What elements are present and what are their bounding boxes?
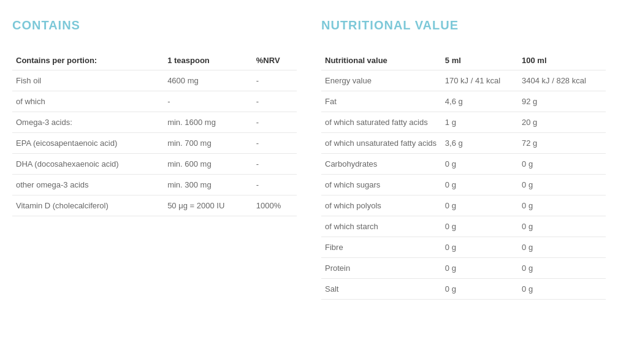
nutri-row-5ml: 170 kJ / 41 kcal — [441, 70, 518, 91]
contains-panel: CONTAINS Contains per portion: 1 teaspoo… — [12, 18, 297, 300]
nutri-header-5ml: 5 ml — [441, 51, 518, 70]
contains-row-amount: 50 μg = 2000 IU — [164, 195, 253, 216]
nutri-row: of which saturated fatty acids 1 g 20 g — [321, 112, 606, 133]
contains-row: Omega-3 acids: min. 1600 mg - — [12, 112, 297, 133]
nutri-row-label: Salt — [321, 279, 441, 300]
nutri-row-100ml: 0 g — [518, 195, 606, 216]
nutri-row-5ml: 0 g — [441, 195, 518, 216]
contains-row-label: Vitamin D (cholecalciferol) — [12, 195, 164, 216]
contains-row-amount: min. 700 mg — [164, 133, 253, 154]
nutri-row-5ml: 1 g — [441, 112, 518, 133]
nutri-row-label: Fat — [321, 91, 441, 112]
nutri-row-100ml: 92 g — [518, 91, 606, 112]
contains-row-label: Fish oil — [12, 70, 164, 91]
nutri-row-100ml: 72 g — [518, 133, 606, 154]
contains-row-nrv: - — [253, 112, 297, 133]
contains-header-label: Contains per portion: — [12, 51, 164, 70]
nutri-row: of which starch 0 g 0 g — [321, 216, 606, 237]
nutri-row-label: of which starch — [321, 216, 441, 237]
nutri-row-5ml: 0 g — [441, 237, 518, 258]
contains-header-row: Contains per portion: 1 teaspoon %NRV — [12, 51, 297, 70]
nutri-row-label: of which saturated fatty acids — [321, 112, 441, 133]
nutri-row-label: Energy value — [321, 70, 441, 91]
contains-row: other omega-3 acids min. 300 mg - — [12, 175, 297, 195]
contains-row: Vitamin D (cholecalciferol) 50 μg = 2000… — [12, 195, 297, 216]
nutritional-title: NUTRITIONAL VALUE — [321, 18, 606, 32]
contains-row-label: Omega-3 acids: — [12, 112, 164, 133]
nutri-row-100ml: 0 g — [518, 279, 606, 300]
nutri-row-label: of which polyols — [321, 195, 441, 216]
nutritional-panel: NUTRITIONAL VALUE Nutritional value 5 ml… — [321, 18, 606, 300]
nutri-row: Fat 4,6 g 92 g — [321, 91, 606, 112]
nutri-row-5ml: 0 g — [441, 154, 518, 175]
nutri-row-5ml: 3,6 g — [441, 133, 518, 154]
contains-row-nrv: - — [253, 154, 297, 175]
nutri-row: of which sugars 0 g 0 g — [321, 175, 606, 195]
contains-row-amount: 4600 mg — [164, 70, 253, 91]
contains-row-amount: min. 300 mg — [164, 175, 253, 195]
nutri-row-5ml: 4,6 g — [441, 91, 518, 112]
contains-row: DHA (docosahexaenoic acid) min. 600 mg - — [12, 154, 297, 175]
contains-row-label: of which — [12, 91, 164, 112]
contains-row: Fish oil 4600 mg - — [12, 70, 297, 91]
nutri-row: of which unsaturated fatty acids 3,6 g 7… — [321, 133, 606, 154]
contains-title: CONTAINS — [12, 18, 297, 32]
nutri-row-label: Protein — [321, 258, 441, 279]
nutri-row-label: of which sugars — [321, 175, 441, 195]
contains-row-amount: min. 1600 mg — [164, 112, 253, 133]
contains-row-nrv: - — [253, 133, 297, 154]
nutri-row-label: of which unsaturated fatty acids — [321, 133, 441, 154]
nutri-row-5ml: 0 g — [441, 175, 518, 195]
contains-header-amount: 1 teaspoon — [164, 51, 253, 70]
nutritional-table: Nutritional value 5 ml 100 ml Energy val… — [321, 51, 606, 300]
nutri-row: Carbohydrates 0 g 0 g — [321, 154, 606, 175]
nutri-row-100ml: 0 g — [518, 216, 606, 237]
contains-row-amount: - — [164, 91, 253, 112]
page-layout: CONTAINS Contains per portion: 1 teaspoo… — [12, 18, 606, 300]
contains-table: Contains per portion: 1 teaspoon %NRV Fi… — [12, 51, 297, 216]
nutri-header-100ml: 100 ml — [518, 51, 606, 70]
nutri-row: of which polyols 0 g 0 g — [321, 195, 606, 216]
nutri-row-100ml: 0 g — [518, 237, 606, 258]
nutri-row: Energy value 170 kJ / 41 kcal 3404 kJ / … — [321, 70, 606, 91]
nutri-row-100ml: 3404 kJ / 828 kcal — [518, 70, 606, 91]
nutri-row: Fibre 0 g 0 g — [321, 237, 606, 258]
nutri-row: Protein 0 g 0 g — [321, 258, 606, 279]
contains-row-nrv: - — [253, 91, 297, 112]
contains-row-nrv: - — [253, 70, 297, 91]
contains-row-nrv: 1000% — [253, 195, 297, 216]
nutri-row-label: Carbohydrates — [321, 154, 441, 175]
nutri-row-100ml: 20 g — [518, 112, 606, 133]
contains-row-label: DHA (docosahexaenoic acid) — [12, 154, 164, 175]
nutri-row-100ml: 0 g — [518, 258, 606, 279]
nutri-row-label: Fibre — [321, 237, 441, 258]
contains-row: of which - - — [12, 91, 297, 112]
nutri-row-5ml: 0 g — [441, 216, 518, 237]
contains-row-amount: min. 600 mg — [164, 154, 253, 175]
nutri-row: Salt 0 g 0 g — [321, 279, 606, 300]
nutri-row-100ml: 0 g — [518, 154, 606, 175]
nutri-row-100ml: 0 g — [518, 175, 606, 195]
contains-row: EPA (eicosapentaenoic acid) min. 700 mg … — [12, 133, 297, 154]
nutri-header-row: Nutritional value 5 ml 100 ml — [321, 51, 606, 70]
contains-row-label: other omega-3 acids — [12, 175, 164, 195]
contains-header-nrv: %NRV — [253, 51, 297, 70]
contains-row-nrv: - — [253, 175, 297, 195]
nutri-row-5ml: 0 g — [441, 279, 518, 300]
contains-row-label: EPA (eicosapentaenoic acid) — [12, 133, 164, 154]
nutri-header-label: Nutritional value — [321, 51, 441, 70]
nutri-row-5ml: 0 g — [441, 258, 518, 279]
